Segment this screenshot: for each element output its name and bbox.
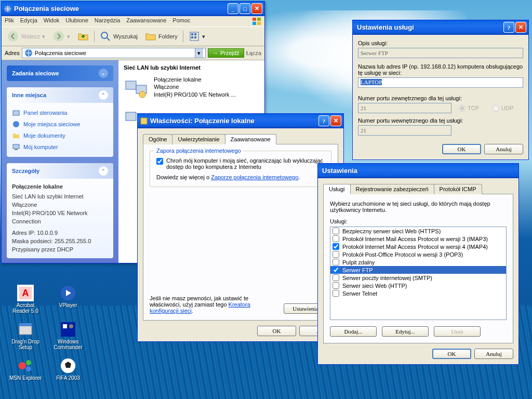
- ok-button[interactable]: OK: [432, 349, 471, 359]
- svg-rect-25: [194, 36, 196, 38]
- service-checkbox[interactable]: [332, 259, 339, 265]
- menu-advanced[interactable]: Zaawansowane: [126, 17, 166, 25]
- menu-help[interactable]: Pomoc: [172, 17, 190, 25]
- maximize-button[interactable]: □: [240, 3, 250, 14]
- close-button[interactable]: ✕: [251, 3, 262, 14]
- service-host-field[interactable]: LAPTOP: [358, 77, 523, 88]
- desktop-icon-vplayer[interactable]: VPlayer: [50, 285, 86, 308]
- details-header[interactable]: Szczegóły ⌃: [7, 163, 113, 179]
- edit-button[interactable]: Edytuj...: [382, 326, 429, 337]
- service-row[interactable]: Bezpieczny serwer sieci Web (HTTPS): [330, 227, 506, 235]
- service-titlebar[interactable]: Ustawienia usługi ? ✕: [353, 20, 528, 35]
- up-button[interactable]: [75, 30, 91, 43]
- places-panel: Inne miejsca ⌃ Panel sterowania Moje mie…: [7, 87, 113, 157]
- sidebar-link-computer[interactable]: Mój komputer: [12, 141, 108, 153]
- details-panel: Szczegóły ⌃ Połączenie lokalne Sieć LAN …: [7, 163, 113, 258]
- firewall-learn-link[interactable]: Zaporze połączenia internetowego: [211, 174, 298, 180]
- connection-icon: [124, 76, 149, 101]
- service-dialog: Ustawienia usługi ? ✕ Opis usługi: Nazwa…: [352, 20, 529, 160]
- desktop-icon-wincommander[interactable]: Windows Commander: [50, 321, 86, 350]
- connection-item[interactable]: Połączenie lokalne Włączone Intel(R) PRO…: [124, 76, 259, 101]
- settings-titlebar[interactable]: Ustawienia: [318, 164, 518, 178]
- menu-edit[interactable]: Edycja: [20, 17, 37, 25]
- sidebar-link-docs[interactable]: Moje dokumenty: [12, 130, 108, 141]
- svg-rect-4: [19, 323, 32, 326]
- chevron-down-icon: ⌄: [99, 69, 108, 78]
- services-list[interactable]: Bezpieczny serwer sieci Web (HTTPS)Proto…: [330, 227, 507, 320]
- svg-point-18: [8, 31, 18, 42]
- chevron-up-icon: ⌃: [99, 166, 108, 176]
- service-row[interactable]: Protokół Post-Office Protocol w wersji 3…: [330, 250, 506, 258]
- desktop-icon-acrobat[interactable]: A Acrobat Reader 5.0: [7, 285, 44, 314]
- svg-point-7: [69, 324, 73, 328]
- close-button[interactable]: ✕: [515, 22, 526, 33]
- service-checkbox[interactable]: [332, 251, 339, 258]
- service-checkbox[interactable]: [332, 274, 339, 281]
- desktop-icon-msn[interactable]: MSN Explorer: [7, 357, 44, 381]
- address-dropdown[interactable]: ▾: [195, 48, 203, 58]
- properties-titlebar[interactable]: Właściwości: Połączenie lokalne ? ✕: [138, 114, 343, 128]
- firewall-checkbox[interactable]: [156, 158, 163, 165]
- tasks-panel: Zadania sieciowe ⌄: [7, 65, 113, 81]
- desktop-icon-dragndrop[interactable]: Drag'n Drop Setup: [7, 321, 44, 350]
- menu-view[interactable]: Widok: [44, 17, 60, 25]
- ok-button[interactable]: OK: [442, 144, 481, 154]
- firewall-group: Zapora połączenia internetowego Chroń mó…: [150, 151, 331, 187]
- service-row[interactable]: Protokół Internet Mail Access Protocol w…: [330, 243, 506, 250]
- service-checkbox[interactable]: [332, 267, 339, 273]
- forward-button[interactable]: ▾: [50, 29, 72, 44]
- cancel-button[interactable]: Anuluj: [474, 349, 513, 359]
- svg-rect-17: [257, 22, 261, 25]
- desktop-icon-fifa[interactable]: FIFA 2003: [50, 357, 86, 381]
- tab-advanced[interactable]: Zaawansowane: [225, 134, 276, 144]
- menu-tools[interactable]: Narzędzia: [95, 17, 121, 25]
- go-button[interactable]: →Przejdź: [208, 48, 244, 58]
- tab-logging[interactable]: Rejestrowanie zabezpieczeń: [350, 184, 434, 194]
- service-checkbox[interactable]: [332, 243, 339, 250]
- close-button[interactable]: ✕: [330, 115, 341, 126]
- places-header[interactable]: Inne miejsca ⌃: [7, 87, 113, 103]
- views-button[interactable]: ▾: [187, 30, 207, 43]
- tab-icmp[interactable]: Protokół ICMP: [434, 184, 482, 194]
- tab-services[interactable]: Usługi: [323, 184, 351, 194]
- service-row[interactable]: Serwer poczty internetowej (SMTP): [330, 274, 506, 282]
- search-icon: [100, 31, 111, 42]
- minimize-button[interactable]: _: [228, 3, 238, 14]
- delete-button[interactable]: Usuń: [434, 326, 481, 337]
- folders-button[interactable]: Foldery: [143, 30, 180, 43]
- service-checkbox[interactable]: [332, 235, 339, 242]
- svg-rect-24: [191, 36, 193, 38]
- tab-auth[interactable]: Uwierzytelnianie: [172, 134, 225, 144]
- service-checkbox[interactable]: [332, 282, 339, 289]
- ok-button[interactable]: OK: [257, 326, 296, 336]
- explorer-menubar: Plik Edycja Widok Ulubione Narzędzia Zaa…: [2, 16, 264, 26]
- help-button[interactable]: ?: [503, 22, 514, 33]
- menu-favs[interactable]: Ulubione: [65, 17, 88, 25]
- menu-file[interactable]: Plik: [5, 17, 14, 25]
- tab-general[interactable]: Ogólne: [143, 134, 172, 144]
- address-input[interactable]: Połączenia sieciowe ▾: [22, 48, 206, 58]
- service-row[interactable]: Serwer sieci Web (HTTP): [330, 282, 506, 289]
- service-checkbox[interactable]: [332, 228, 339, 234]
- cancel-button[interactable]: Anuluj: [484, 144, 523, 154]
- network-icon: [24, 49, 33, 57]
- svg-point-19: [54, 31, 64, 42]
- svg-rect-31: [126, 81, 136, 89]
- help-button[interactable]: ?: [318, 115, 329, 126]
- service-checkbox[interactable]: [332, 290, 339, 297]
- service-row[interactable]: Protokół Internet Mail Access Protocol w…: [330, 235, 506, 243]
- explorer-addressbar: Adres Połączenia sieciowe ▾ →Przejdź Łąc…: [2, 46, 264, 60]
- service-row[interactable]: Serwer Telnet: [330, 289, 506, 297]
- explorer-titlebar[interactable]: Połączenia sieciowe _ □ ✕: [2, 2, 264, 16]
- add-button[interactable]: Dodaj...: [330, 326, 377, 337]
- svg-rect-29: [13, 144, 19, 149]
- service-row[interactable]: Pulpit zdalny: [330, 258, 506, 266]
- tasks-header[interactable]: Zadania sieciowe ⌄: [7, 65, 113, 81]
- sidebar-link-network[interactable]: Moje miejsca sieciowe: [12, 118, 108, 130]
- properties-tabs: Ogólne Uwierzytelnianie Zaawansowane: [143, 134, 338, 144]
- sidebar-link-control[interactable]: Panel sterowania: [12, 107, 108, 118]
- service-row[interactable]: Serwer FTP: [330, 266, 506, 274]
- svg-rect-6: [63, 324, 67, 328]
- back-button[interactable]: Wstecz ▾: [5, 29, 47, 44]
- search-button[interactable]: Wyszukaj: [98, 30, 140, 43]
